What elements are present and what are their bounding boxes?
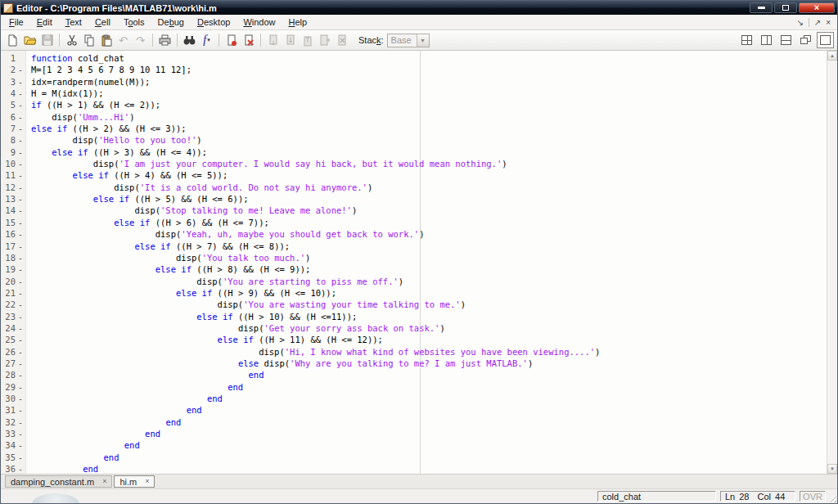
open-file-button[interactable]: [21, 32, 38, 48]
code-line[interactable]: 1function cold_chat: [1, 52, 827, 64]
tab-damping_constant-m[interactable]: damping_constant.m×: [5, 475, 112, 488]
code-line[interactable]: 28- end: [1, 369, 827, 380]
code-line[interactable]: 14- disp('Stop talking to me! Leave me a…: [1, 205, 827, 216]
code-line[interactable]: 24- disp('Get your sorry ass back on tas…: [1, 322, 827, 334]
code-line[interactable]: 21- else if ((H > 9) && (H <= 10));: [1, 287, 827, 299]
code-line[interactable]: 4-H = M(idx(1));: [1, 88, 827, 99]
code-line[interactable]: 27- else disp('Why are you talking to me…: [1, 358, 827, 369]
new-file-button[interactable]: [4, 32, 21, 48]
step-out-button[interactable]: [299, 32, 316, 48]
scroll-down-button[interactable]: ▼: [827, 464, 837, 474]
code-line[interactable]: 10- disp('I am just your computer. I wou…: [1, 158, 827, 169]
function-browser-button[interactable]: f ▾: [198, 32, 215, 48]
code-line[interactable]: 13- else if ((H > 5) && (H <= 6));: [1, 193, 827, 205]
copy-button[interactable]: [80, 32, 97, 48]
code-line[interactable]: 33- end: [1, 428, 827, 439]
split-horizontal-button[interactable]: [777, 32, 795, 48]
code-text: if ((H > 1) && (H <= 2));: [25, 99, 160, 110]
restore-button[interactable]: [774, 2, 797, 13]
tile-grid-button[interactable]: [738, 32, 755, 48]
code-text: else if ((H > 9) && (H <= 10));: [25, 287, 336, 299]
menu-edit[interactable]: Edit: [30, 16, 59, 29]
code-text: disp('Umm...Hi'): [25, 111, 134, 123]
code-line[interactable]: 22- disp('You are wasting your time talk…: [1, 299, 827, 310]
menu-tools[interactable]: Tools: [117, 16, 151, 29]
single-window-icon: [820, 35, 831, 45]
continue-icon: [319, 34, 331, 47]
menu-window[interactable]: Window: [237, 16, 282, 29]
code-line[interactable]: 29- end: [1, 381, 827, 393]
executable-line-marker: -: [16, 228, 25, 240]
code-line[interactable]: 11- else if ((H > 4) && (H <= 5));: [1, 169, 827, 181]
code-line[interactable]: 23- else if ((H > 10) && (H <=11));: [1, 311, 827, 322]
code-line[interactable]: 26- disp('Hi, I know what kind of websit…: [1, 346, 827, 358]
tab-close-icon[interactable]: ×: [145, 478, 149, 485]
menu-text[interactable]: Text: [59, 16, 88, 29]
document-bar-controls: ↘ ↗ ×: [796, 18, 836, 27]
code-text: else if ((H > 5) && (H <= 6));: [25, 193, 249, 205]
close-button[interactable]: ×: [799, 2, 835, 13]
code-line[interactable]: 32- end: [1, 416, 827, 428]
split-vertical-button[interactable]: [758, 32, 775, 48]
code-line[interactable]: 18- disp('You talk too much.'): [1, 252, 827, 263]
code-text: disp('I am just your computer. I would s…: [25, 158, 507, 169]
step-in-button[interactable]: [282, 32, 299, 48]
code-line[interactable]: 30- end: [1, 393, 827, 404]
tab-hi-m[interactable]: hi.m×: [114, 475, 155, 488]
menu-desktop[interactable]: Desktop: [191, 16, 237, 29]
code-line[interactable]: 31- end: [1, 404, 827, 416]
document-close-icon[interactable]: ×: [826, 18, 831, 27]
code-line[interactable]: 3-idx=randperm(numel(M));: [1, 76, 827, 88]
step-button[interactable]: [264, 32, 282, 48]
undock-icon[interactable]: ↗: [814, 18, 821, 27]
line-number: 1: [1, 52, 16, 64]
vertical-scrollbar[interactable]: ▲ ▼: [827, 51, 837, 474]
code-line[interactable]: 9- else if ((H > 3) && (H <= 4));: [1, 146, 827, 158]
float-windows-button[interactable]: [797, 32, 814, 48]
undo-button[interactable]: ↶: [115, 32, 132, 48]
stack-select[interactable]: Base ▼: [387, 34, 430, 47]
code-line[interactable]: 16- disp('Yeah, uh, maybe you should get…: [1, 228, 827, 240]
status-bar: cold_chat Ln 28 Col 44 OVR: [1, 488, 837, 503]
print-button[interactable]: [156, 32, 173, 48]
resize-grip[interactable]: [827, 493, 836, 502]
executable-line-marker: -: [16, 88, 25, 99]
cut-button[interactable]: [63, 32, 80, 48]
minimize-icon: [758, 7, 765, 9]
code-line[interactable]: 25- else if ((H > 11) && (H <= 12));: [1, 334, 827, 345]
find-button[interactable]: [181, 32, 198, 48]
save-button[interactable]: [38, 32, 56, 48]
menu-help[interactable]: Help: [282, 16, 314, 29]
menu-file[interactable]: File: [2, 16, 30, 29]
code-line[interactable]: 36- end: [1, 463, 827, 474]
code-text: end: [25, 404, 202, 416]
clear-breakpoints-button[interactable]: [240, 32, 257, 48]
single-window-button[interactable]: [817, 32, 834, 48]
code-line[interactable]: 15- else if ((H > 6) && (H <= 7));: [1, 217, 827, 228]
code-editor[interactable]: 1function cold_chat2-M=[1 2 3 4 5 6 7 8 …: [1, 51, 837, 474]
code-line[interactable]: 35- end: [1, 452, 827, 463]
code-line[interactable]: 5-if ((H > 1) && (H <= 2));: [1, 99, 827, 110]
code-text: else if ((H > 7) && (H <= 8));: [25, 241, 290, 252]
code-line[interactable]: 20- disp('You are starting to piss me of…: [1, 276, 827, 287]
code-line[interactable]: 12- disp('It is a cold world. Do not say…: [1, 182, 827, 193]
code-line[interactable]: 7-else if ((H > 2) && (H <= 3));: [1, 123, 827, 134]
code-line[interactable]: 17- else if ((H > 7) && (H <= 8));: [1, 241, 827, 252]
code-line[interactable]: 19- else if ((H > 8) && (H <= 9));: [1, 263, 827, 275]
code-line[interactable]: 2-M=[1 2 3 4 5 6 7 8 9 10 11 12];: [1, 64, 827, 75]
minimize-button[interactable]: [750, 2, 773, 13]
code-line[interactable]: 6- disp('Umm...Hi'): [1, 111, 827, 123]
menu-debug[interactable]: Debug: [151, 16, 191, 29]
exit-debug-button[interactable]: [333, 32, 350, 48]
scroll-up-button[interactable]: ▲: [827, 51, 837, 61]
redo-button[interactable]: ↷: [132, 32, 149, 48]
set-breakpoint-button[interactable]: [223, 32, 240, 48]
code-line[interactable]: 34- end: [1, 439, 827, 451]
tab-close-icon[interactable]: ×: [102, 478, 106, 485]
menu-cell[interactable]: Cell: [88, 16, 117, 29]
code-line[interactable]: 8- disp('Hello to you too!'): [1, 134, 827, 146]
paste-button[interactable]: [97, 32, 115, 48]
scroll-track[interactable]: [827, 61, 837, 464]
continue-button[interactable]: [316, 32, 333, 48]
dock-icon[interactable]: ↘: [796, 18, 803, 27]
